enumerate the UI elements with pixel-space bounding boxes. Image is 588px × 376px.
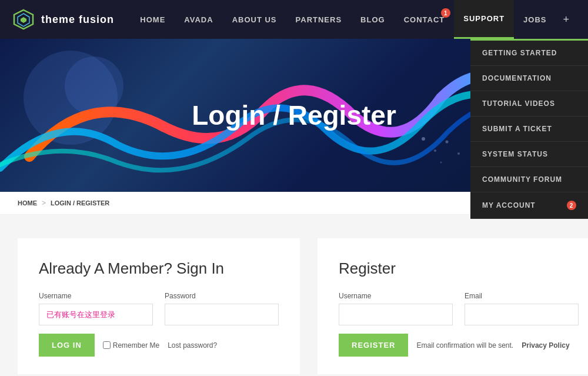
lost-password-link[interactable]: Lost password?	[168, 341, 217, 350]
svg-marker-2	[21, 17, 26, 23]
nav-item-about[interactable]: ABOUT US	[223, 0, 286, 39]
hero-title: Login / Register	[192, 99, 396, 131]
register-panel: Register Username Email Purchase Code RE…	[318, 238, 588, 374]
svg-point-5	[422, 137, 425, 141]
privacy-policy-link[interactable]: Privacy Policy	[522, 341, 569, 350]
svg-point-8	[457, 152, 460, 155]
login-panel: Already A Member? Sign In Username Passw…	[18, 238, 300, 374]
dropdown-tutorial-videos[interactable]: TUTORIAL VIDEOS	[470, 91, 588, 117]
dropdown-documentation[interactable]: DOCUMENTATION	[470, 66, 588, 91]
header: theme fusion HOME AVADA ABOUT US PARTNER…	[0, 0, 588, 39]
svg-point-7	[446, 141, 449, 144]
login-actions: LOG IN Remember Me Lost password?	[39, 334, 279, 357]
username-label: Username	[39, 292, 153, 300]
dropdown-getting-started[interactable]: GETTING STARTED	[470, 41, 588, 66]
login-panel-title: Already A Member? Sign In	[39, 259, 279, 278]
my-account-badge: 2	[567, 201, 576, 210]
register-username-group: Username	[339, 292, 453, 325]
logo-icon	[12, 8, 35, 31]
register-bottom: REGISTER Email confirmation will be sent…	[339, 334, 588, 357]
register-username-label: Username	[339, 292, 453, 300]
nav-item-jobs[interactable]: JOBS	[514, 0, 556, 39]
register-form-row-1: Username Email Purchase Code	[339, 292, 588, 325]
logo-text: theme fusion	[41, 14, 114, 26]
nav-item-partners[interactable]: PARTNERS	[286, 0, 352, 39]
dropdown-submit-ticket[interactable]: SUBMIT A TICKET	[470, 117, 588, 142]
nav-item-contact[interactable]: CONTACT 1	[395, 0, 455, 39]
svg-point-4	[65, 56, 123, 115]
register-username-input[interactable]	[339, 304, 453, 325]
main-content: Already A Member? Sign In Username Passw…	[6, 238, 582, 374]
register-email-label: Email	[465, 292, 579, 300]
register-email-input[interactable]	[465, 304, 579, 325]
nav-item-blog[interactable]: BLOG	[351, 0, 395, 39]
remember-me-label: Remember Me	[103, 341, 159, 350]
breadcrumb-current: LOGIN / REGISTER	[51, 199, 109, 207]
nav-plus[interactable]: +	[556, 14, 576, 26]
email-confirm-text: Email confirmation will be sent.	[416, 341, 513, 350]
nav-item-support[interactable]: SUPPORT	[454, 0, 514, 39]
username-group: Username	[39, 292, 153, 325]
login-button[interactable]: LOG IN	[39, 334, 95, 357]
login-username-input[interactable]	[39, 304, 153, 325]
breadcrumb-home[interactable]: HOME	[18, 199, 37, 207]
nav-item-home[interactable]: HOME	[131, 0, 175, 39]
logo[interactable]: theme fusion	[12, 8, 114, 31]
login-form-row: Username Password	[39, 292, 279, 325]
register-button[interactable]: REGISTER	[339, 334, 408, 357]
dropdown-system-status[interactable]: SYSTEM STATUS	[470, 142, 588, 167]
breadcrumb-separator: >	[42, 199, 46, 207]
support-dropdown: GETTING STARTED DOCUMENTATION TUTORIAL V…	[470, 39, 588, 219]
dropdown-community-forum[interactable]: COMMUNITY FORUM	[470, 167, 588, 192]
register-panel-title: Register	[339, 259, 588, 278]
login-password-input[interactable]	[165, 304, 279, 325]
password-group: Password	[165, 292, 279, 325]
dropdown-my-account[interactable]: MY ACCOUNT 2	[470, 192, 588, 219]
nav-item-avada[interactable]: AVADA	[175, 0, 222, 39]
main-nav: HOME AVADA ABOUT US PARTNERS BLOG CONTAC…	[131, 0, 576, 39]
svg-point-3	[24, 51, 118, 145]
svg-point-6	[434, 149, 436, 152]
svg-point-9	[440, 162, 442, 164]
register-email-group: Email	[465, 292, 579, 325]
password-label: Password	[165, 292, 279, 300]
contact-badge: 1	[441, 8, 450, 18]
remember-me-checkbox[interactable]	[103, 341, 111, 349]
